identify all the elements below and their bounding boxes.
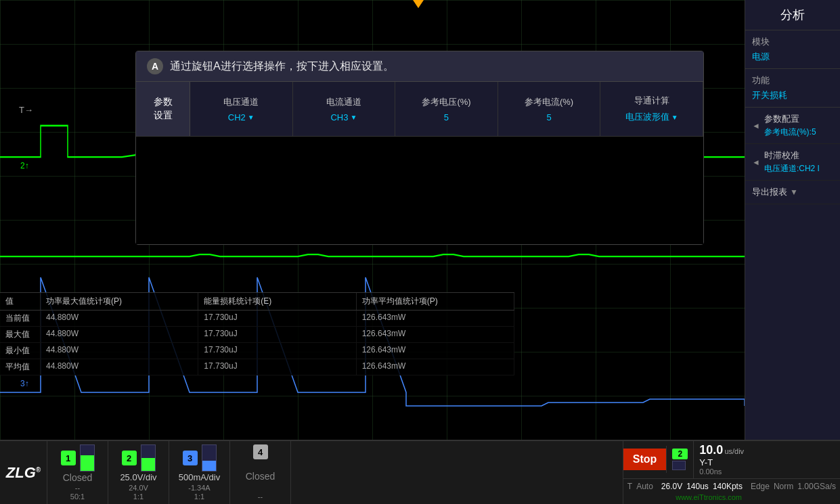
panel-module-value: 电源 [752,51,833,63]
channel-2-block[interactable]: 2 25.0V/div 24.0V 1:1 [108,440,169,504]
stats-col-power-avg: 功率平均值统计项(P) [357,293,514,310]
panel-item-export[interactable]: 导出报表 ▼ [745,181,840,204]
dialog-header: A 通过旋钮A进行选择操作，按下进入相应设置。 [136,51,703,82]
stats-min-e: 17.730uJ [198,343,356,359]
ch4-badge: 4 [253,444,268,459]
channel-3-block[interactable]: 3 500mA/div -1.34A 1:1 [169,440,230,504]
panel-function-section: 功能 开关损耗 [745,69,840,108]
channel-4-block[interactable]: 4 Closed -- [230,440,291,504]
stats-row-min: 最小值 44.880W 17.730uJ 126.643mW [0,343,514,359]
dialog-body: 参数设置 电压通道 CH2▼ 电流通道 CH3▼ [136,82,703,136]
dialog-content-area [136,136,703,244]
stats-min-p: 44.880W [41,343,198,359]
tab-ref-current[interactable]: 参考电流(%) 5 [498,82,601,136]
dialog-tabs: 电压通道 CH2▼ 电流通道 CH3▼ 参考电压(%) 5 [190,82,703,136]
tab-conduction-value: 电压波形值▼ [625,111,678,123]
chevron-down-icon: ▼ [790,187,798,197]
panel-time-delay-value: 电压通道:CH2 I [764,163,820,175]
chevron-left-icon-2: ◄ [752,158,760,167]
dialog-hint: 通过旋钮A进行选择操作，按下进入相应设置。 [170,60,394,74]
panel-param-config-label: 参数配置 [764,113,816,125]
panel-time-delay-label: 时滞校准 [764,150,820,162]
ch4-status: Closed [246,471,275,482]
tab-ref-voltage-title: 参考电压(%) [422,96,470,108]
offset-val: 0.00ns [699,467,744,476]
norm-label: Norm [774,482,793,491]
ch1-indicator [80,444,95,472]
stats-avg-pavg: 126.643mW [357,359,514,375]
tab-voltage-channel[interactable]: 电压通道 CH2▼ [190,82,293,136]
ch1-indicator-fill [81,455,94,471]
auto-label: Auto [636,482,653,491]
stats-min-label: 最小值 [0,343,41,359]
ch1-mini-val: -- [75,484,80,492]
ch2-ratio: 1:1 [133,492,143,501]
logo: ZLG® [6,464,41,482]
dialog-param-label: 参数设置 [136,82,190,136]
ch2-value: 25.0V/div [120,472,156,482]
panel-module-label: 模块 [752,36,833,48]
ch3-value: 500mA/div [179,472,220,482]
stats-avg-p: 44.880W [41,359,198,375]
channel-1-block[interactable]: 1 Closed -- 50:1 [47,440,108,504]
ch1-status: Closed [63,472,93,483]
panel-function-value: 开关损耗 [752,89,833,101]
ch2-mini-indicator [672,461,686,470]
stats-current-e: 17.730uJ [198,311,356,326]
ch3-indicator [202,444,217,472]
logo-area: ZLG® [0,440,47,504]
panel-function-label: 功能 [752,74,833,87]
stats-min-pavg: 126.643mW [357,343,514,359]
ch3-ratio: 1:1 [194,492,204,501]
panel-export-label: 导出报表 [752,186,787,198]
yt-label: Y-T [699,457,744,467]
ch4-sub: -- [258,492,263,501]
edge-label: Edge [751,482,770,491]
tab-conduction-calc[interactable]: 导通计算 电压波形值▼ [600,82,703,136]
panel-title: 分析 [745,0,840,30]
stats-max-p: 44.880W [41,327,198,342]
stats-col-energy: 能量损耗统计项(E) [198,293,356,310]
stats-table: 值 功率最大值统计项(P) 能量损耗统计项(E) 功率平均值统计项(P) 当前值… [0,292,514,375]
tab-ref-voltage[interactable]: 参考电压(%) 5 [395,82,498,136]
stats-col-power-max: 功率最大值统计项(P) [41,293,198,310]
stats-current-pavg: 126.643mW [357,311,514,326]
time-val: 140us [686,482,709,491]
tab-current-channel[interactable]: 电流通道 CH3▼ [293,82,396,136]
panel-module-section: 模块 电源 [745,30,840,69]
ch2-indicator-fill [141,458,155,471]
ch2-trigger-badge: 2 [672,449,688,459]
tab-current-title: 电流通道 [326,96,361,108]
stop-button[interactable]: Stop [623,449,667,470]
stats-max-e: 17.730uJ [198,327,356,342]
panel-param-config-value: 参考电流(%):5 [764,127,816,138]
ch3-badge: 3 [183,451,198,465]
stats-header: 值 功率最大值统计项(P) 能量损耗统计项(E) 功率平均值统计项(P) [0,293,514,311]
watermark: www.eiTtronics.com [676,493,742,501]
stats-max-pavg: 126.643mW [357,327,514,342]
stats-current-label: 当前值 [0,311,41,326]
stats-row-current: 当前值 44.880W 17.730uJ 126.643mW [0,311,514,327]
ch1-ratio: 50:1 [70,492,85,501]
stats-row-max: 最大值 44.880W 17.730uJ 126.643mW [0,327,514,343]
tab-conduction-title: 导通计算 [634,95,669,107]
ch2-sub: 24.0V [129,484,148,492]
timebase-value: 10.0 [699,443,723,457]
stats-max-label: 最大值 [0,327,41,342]
chevron-left-icon: ◄ [752,121,760,131]
stats-avg-e: 17.730uJ [198,359,356,375]
pts-val: 140Kpts [713,482,743,491]
stats-current-p: 44.880W [41,311,198,326]
ch1-badge: 1 [61,451,76,465]
dialog-icon-a: A [147,58,163,74]
tab-ref-voltage-value: 5 [444,112,449,122]
scope-display: T→ 2↑ 3↑ A 通过旋钮A进行选择操作，按下进入相应设置。 参数设置 电压… [0,0,745,440]
tab-ref-current-title: 参考电流(%) [525,96,573,108]
ch2-indicator [141,444,156,472]
sample-label: 1.00GSa/s [797,482,836,491]
tab-voltage-value: CH2▼ [228,112,255,122]
ch3-sub: -1.34A [188,484,210,492]
panel-item-param-config[interactable]: ◄ 参数配置 参考电流(%):5 [745,108,840,144]
panel-item-time-delay[interactable]: ◄ 时滞校准 电压通道:CH2 I [745,144,840,181]
stats-col-label: 值 [0,293,41,310]
